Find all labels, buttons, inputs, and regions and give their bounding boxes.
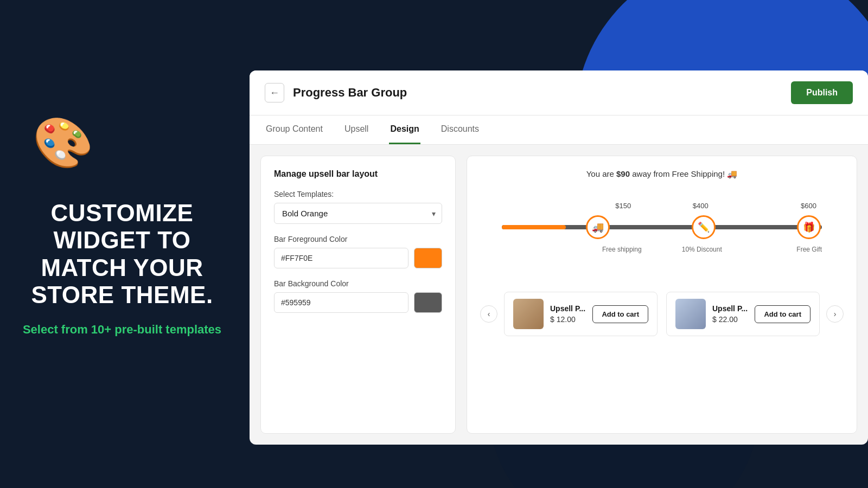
upsell-name-2: Upsell P... bbox=[712, 304, 748, 313]
upsell-info-2: Upsell P... $ 22.00 bbox=[712, 304, 748, 324]
upsell-carousel: ‹ Upsell P... $ 12.00 Add to cart bbox=[480, 292, 844, 336]
tab-discounts[interactable]: Discounts bbox=[440, 115, 480, 144]
progress-track-container: 🚚 ✏️ 🎁 bbox=[502, 214, 822, 241]
page-title: Progress Bar Group bbox=[293, 86, 407, 100]
milestone-sublabel-3: Free Gift bbox=[796, 246, 822, 253]
carousel-prev-button[interactable]: ‹ bbox=[480, 305, 497, 323]
carousel-next-button[interactable]: › bbox=[826, 305, 844, 323]
upsell-card-1: Upsell P... $ 12.00 Add to cart bbox=[504, 292, 658, 336]
milestone-sublabel-2: 10% Discount bbox=[682, 246, 722, 253]
background-color-row bbox=[274, 292, 442, 313]
foreground-color-row bbox=[274, 248, 442, 268]
shipping-amount: $90 bbox=[616, 169, 630, 178]
upsell-card-2: Upsell P... $ 22.00 Add to cart bbox=[666, 292, 820, 336]
background-color-swatch[interactable] bbox=[414, 292, 442, 313]
add-to-cart-button-2[interactable]: Add to cart bbox=[755, 305, 810, 323]
main-area: ← Progress Bar Group Publish Group Conte… bbox=[250, 70, 868, 445]
upsell-name-1: Upsell P... bbox=[550, 304, 586, 313]
back-button[interactable]: ← bbox=[265, 83, 284, 102]
background-field-group: Bar Background Color bbox=[274, 279, 442, 313]
tab-group-content[interactable]: Group Content bbox=[265, 115, 324, 144]
template-select-wrapper: Bold Orange Classic Blue Minimal Dark So… bbox=[274, 203, 442, 224]
progress-bar-section: $150 $400 $600 🚚 ✏️ 🎁 bbox=[480, 190, 844, 281]
tab-upsell[interactable]: Upsell bbox=[343, 115, 369, 144]
progress-track-fill bbox=[502, 225, 566, 229]
milestone-labels-row: $150 $400 $600 bbox=[502, 201, 822, 210]
tab-design[interactable]: Design bbox=[389, 115, 420, 144]
add-to-cart-button-1[interactable]: Add to cart bbox=[592, 305, 648, 323]
content-area: Manage upsell bar layout Select Template… bbox=[250, 145, 868, 445]
tabs-bar: Group Content Upsell Design Discounts bbox=[250, 115, 868, 145]
foreground-color-swatch[interactable] bbox=[414, 248, 442, 268]
template-select[interactable]: Bold Orange Classic Blue Minimal Dark So… bbox=[274, 203, 442, 224]
upsell-price-2: $ 22.00 bbox=[712, 315, 748, 324]
upsell-image-2 bbox=[675, 299, 706, 329]
milestone-sublabels-row: Free shipping 10% Discount Free Gift bbox=[502, 244, 822, 254]
milestone-icon-3: 🎁 bbox=[797, 215, 821, 239]
foreground-field-group: Bar Foreground Color bbox=[274, 235, 442, 268]
foreground-color-input[interactable] bbox=[274, 248, 409, 268]
publish-button[interactable]: Publish bbox=[791, 81, 853, 104]
upsell-image-1 bbox=[513, 299, 544, 329]
palette-icon: 🎨 bbox=[33, 118, 98, 183]
header-left: ← Progress Bar Group bbox=[265, 83, 407, 102]
upsell-info-1: Upsell P... $ 12.00 bbox=[550, 304, 586, 324]
upsell-items: Upsell P... $ 12.00 Add to cart Upsell P… bbox=[504, 292, 820, 336]
preview-panel: You are $90 away from Free Shipping! 🚚 $… bbox=[467, 156, 857, 434]
left-panel: 🎨 CUSTOMIZE WIDGET TO MATCH YOUR STORE T… bbox=[0, 0, 244, 488]
app-header: ← Progress Bar Group Publish bbox=[250, 70, 868, 115]
upsell-price-1: $ 12.00 bbox=[550, 315, 586, 324]
milestone-label-3: $600 bbox=[801, 202, 816, 210]
milestone-label-1: $150 bbox=[615, 202, 631, 210]
shipping-message: You are $90 away from Free Shipping! 🚚 bbox=[480, 169, 844, 179]
templates-label: Select Templates: bbox=[274, 190, 442, 198]
milestone-sublabel-1: Free shipping bbox=[602, 246, 642, 253]
config-title: Manage upsell bar layout bbox=[274, 169, 442, 179]
foreground-label: Bar Foreground Color bbox=[274, 235, 442, 243]
upsell-image-placeholder-2 bbox=[675, 299, 706, 329]
milestone-label-2: $400 bbox=[693, 202, 709, 210]
milestone-icon-2: ✏️ bbox=[692, 215, 716, 239]
background-label: Bar Background Color bbox=[274, 279, 442, 288]
milestone-icon-1: 🚚 bbox=[586, 215, 610, 239]
subheadline: Select from 10+ pre-built templates bbox=[23, 322, 221, 338]
upsell-image-placeholder-1 bbox=[513, 299, 544, 329]
config-panel: Manage upsell bar layout Select Template… bbox=[260, 156, 456, 434]
template-field-group: Select Templates: Bold Orange Classic Bl… bbox=[274, 190, 442, 224]
headline: CUSTOMIZE WIDGET TO MATCH YOUR STORE THE… bbox=[22, 200, 222, 309]
background-color-input[interactable] bbox=[274, 292, 409, 313]
